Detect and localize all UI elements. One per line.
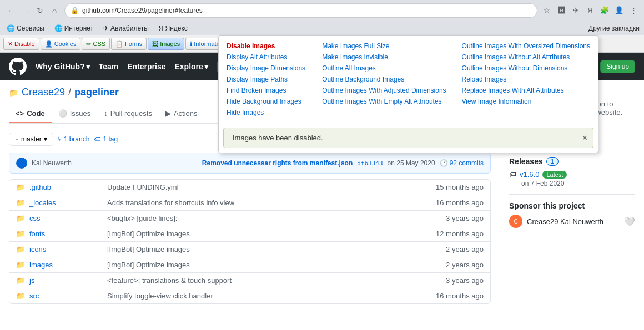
forms-icon: 📋 — [115, 40, 123, 48]
bookmark-yandex[interactable]: Я Яндекс — [157, 23, 190, 33]
branch-count-link[interactable]: ⑂ 1 branch — [58, 135, 90, 143]
refresh-button[interactable]: ↻ — [33, 4, 47, 17]
commit-bar: Kai Neuwerth Removed unnecessar rights f… — [9, 153, 491, 174]
ext-forms-btn[interactable]: 📋Forms — [111, 38, 147, 50]
dropdown-outline-bg[interactable]: Outline Background Images — [319, 74, 449, 85]
dropdown-hide-images[interactable]: Hide Images — [223, 107, 310, 118]
puzzle-icon[interactable]: 🧩 — [598, 4, 611, 17]
file-age: 3 years ago — [428, 276, 484, 285]
star-button[interactable]: ☆ — [541, 4, 553, 17]
file-name[interactable]: css — [29, 214, 107, 222]
ext-images-btn[interactable]: 🖼Images — [148, 38, 184, 50]
branch-selector[interactable]: ⑂ master ▾ — [9, 133, 53, 146]
folder-icon: 📁 — [16, 230, 25, 238]
commit-date: on 25 May 2020 — [388, 159, 435, 167]
heart-icon[interactable]: 🤍 — [624, 216, 635, 227]
file-commit: Adds translations for shortcuts info vie… — [107, 199, 428, 207]
bookmark-services[interactable]: 🌐 Сервисы — [4, 23, 47, 33]
dropdown-outline-all[interactable]: Outline All Images — [319, 63, 449, 74]
dropdown-reload-images[interactable]: Reload Images — [459, 74, 593, 85]
file-name[interactable]: images — [29, 261, 107, 269]
table-row: 📁 css <bugfix> [guide lines]: 3 years ag… — [9, 211, 490, 226]
file-name[interactable]: .github — [29, 183, 107, 191]
ext-icon-2[interactable]: ✈ — [570, 4, 582, 17]
tab-code[interactable]: <> Code — [9, 105, 52, 123]
dropdown-replace-alt[interactable]: Replace Images With Alt Attributes — [459, 85, 593, 96]
menu-icon[interactable]: ⋮ — [627, 4, 640, 17]
dropdown-find-broken[interactable]: Find Broken Images — [223, 85, 310, 96]
latest-badge: Latest — [542, 171, 567, 179]
commit-hash[interactable]: dfb3343 — [357, 160, 383, 167]
bookmark-internet[interactable]: 🌐 Интернет — [52, 23, 95, 33]
toast-close-button[interactable]: × — [582, 133, 587, 143]
dropdown-view-info[interactable]: View Image Information — [459, 96, 593, 107]
dropdown-disable-images[interactable]: Disable Images — [223, 40, 310, 52]
release-item: 🏷 v1.6.0 Latest — [509, 170, 635, 179]
address-bar[interactable]: 🔒 github.com/Crease29/pageliner#features — [64, 3, 537, 18]
nav-team[interactable]: Team — [99, 62, 119, 71]
dropdown-outline-oversized[interactable]: Outline Images With Oversized Dimensions — [459, 40, 593, 52]
releases-title: Releases 1 — [509, 157, 635, 166]
commit-count[interactable]: 🕐 92 commits — [440, 159, 484, 167]
table-row: 📁 images [ImgBot] Optimize images 2 year… — [9, 257, 490, 273]
other-bookmarks[interactable]: Другие закладки — [588, 24, 640, 32]
ext-css-btn[interactable]: ✏CSS — [82, 38, 110, 50]
dropdown-display-alt[interactable]: Display Alt Attributes — [223, 52, 310, 63]
file-name[interactable]: src — [29, 292, 107, 300]
file-commit: [ImgBot] Optimize images — [107, 245, 428, 253]
tab-actions[interactable]: ▶ Actions — [159, 105, 204, 123]
home-button[interactable]: ⌂ — [48, 4, 61, 17]
chevron-down-icon: ▾ — [44, 135, 47, 143]
dropdown-display-dims[interactable]: Display Image Dimensions — [223, 63, 310, 74]
nav-enterprise[interactable]: Enterprise — [127, 62, 165, 71]
file-name[interactable]: icons — [29, 245, 107, 253]
nav-why-github[interactable]: Why GitHub? ▾ — [36, 62, 90, 71]
bookmark-label: Сервисы — [17, 24, 44, 32]
sign-up-button[interactable]: Sign up — [600, 60, 635, 73]
tag-count-link[interactable]: 🏷 1 tag — [94, 135, 118, 143]
disable-icon: ✕ — [8, 40, 13, 48]
dropdown-outline-no-alt[interactable]: Outline Images Without Alt Attributes — [459, 52, 593, 63]
browser-actions: ☆ 🅰 ✈ Я 🧩 👤 ⋮ — [541, 4, 640, 17]
file-name[interactable]: _locales — [29, 199, 107, 207]
dropdown-col-1: Disable Images Display Alt Attributes Di… — [219, 40, 314, 118]
file-name[interactable]: js — [29, 276, 107, 285]
tag-release-icon: 🏷 — [509, 170, 516, 179]
back-button[interactable]: ← — [4, 4, 18, 17]
folder-icon: 📁 — [16, 276, 25, 285]
file-name[interactable]: fonts — [29, 230, 107, 238]
folder-icon: 📁 — [16, 214, 25, 222]
file-commit: Update FUNDING.yml — [107, 183, 428, 191]
profile-icon[interactable]: 👤 — [613, 4, 625, 17]
bookmarks-bar: 🌐 Сервисы 🌐 Интернет ✈ Авиабилеты Я Янде… — [0, 21, 644, 35]
dropdown-hide-bg[interactable]: Hide Background Images — [223, 96, 310, 107]
sponsor-avatar: C — [509, 215, 522, 228]
folder-icon: 📁 — [16, 292, 25, 300]
ext-icon-1[interactable]: 🅰 — [555, 4, 567, 17]
dropdown-full-size[interactable]: Make Images Full Size — [319, 40, 449, 52]
release-version[interactable]: v1.6.0 — [520, 170, 539, 179]
bookmark-flights[interactable]: ✈ Авиабилеты — [101, 23, 151, 33]
info-icon: ℹ — [190, 40, 192, 48]
images-dropdown: Disable Images Display Alt Attributes Di… — [218, 35, 598, 153]
repo-user[interactable]: Crease29 — [22, 87, 65, 98]
repo-name[interactable]: pageliner — [74, 87, 119, 98]
ext-icon-3[interactable]: Я — [584, 4, 596, 17]
dropdown-outline-no-dims[interactable]: Outline Images Without Dimensions — [459, 63, 593, 74]
github-logo — [9, 58, 27, 75]
sponsor-item: C Crease29 Kai Neuwerth 🤍 — [509, 215, 635, 228]
ext-cookies-btn[interactable]: 👤Cookies — [41, 38, 81, 50]
bookmark-icon-2: 🌐 — [54, 24, 63, 32]
dropdown-outline-adjusted[interactable]: Outline Images With Adjusted Dimensions — [319, 85, 449, 96]
dropdown-invisible[interactable]: Make Images Invisible — [319, 52, 449, 63]
dropdown-display-paths[interactable]: Display Image Paths — [223, 74, 310, 85]
ext-disable-btn[interactable]: ✕Disable — [3, 38, 39, 50]
nav-explore[interactable]: Explore ▾ — [174, 62, 208, 71]
folder-icon: 📁 — [16, 261, 25, 269]
forward-button[interactable]: → — [19, 4, 32, 17]
commit-message[interactable]: Removed unnecessar rights from manifest.… — [202, 159, 353, 167]
dropdown-outline-empty-alt[interactable]: Outline Images With Empty Alt Attributes — [319, 96, 449, 107]
tab-pull-requests[interactable]: ↕ Pull requests — [97, 105, 159, 123]
tab-issues[interactable]: ⚪ Issues — [52, 105, 98, 123]
tag-icon: 🏷 — [94, 135, 100, 143]
